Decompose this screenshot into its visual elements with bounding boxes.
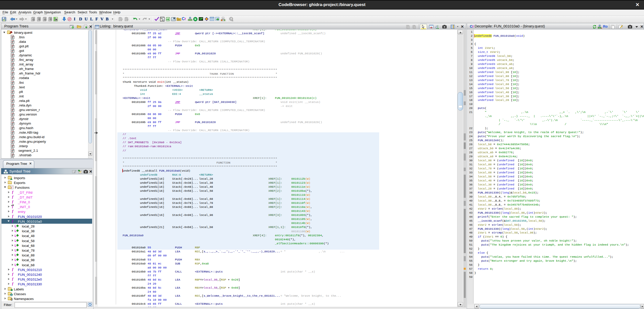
svg-text:?: ? <box>230 18 232 20</box>
svg-text:C: C <box>11 294 12 296</box>
svg-text:DT: DT <box>177 19 180 21</box>
svg-text:01: 01 <box>162 19 164 21</box>
